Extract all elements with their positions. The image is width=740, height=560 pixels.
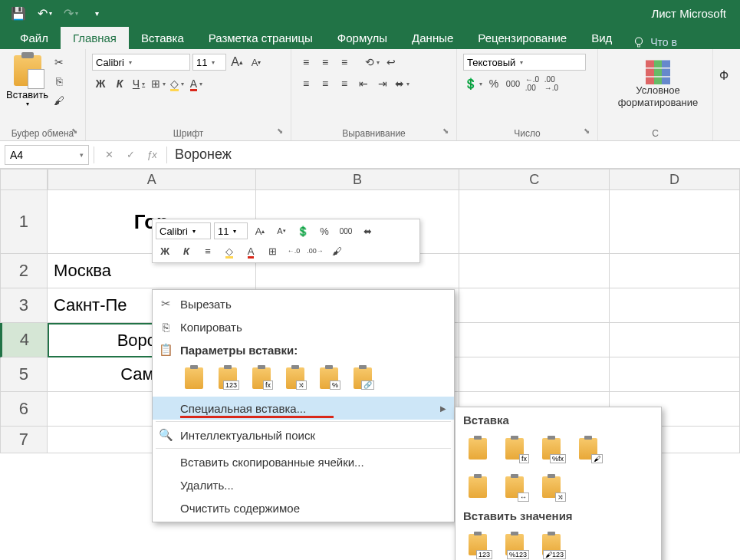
mini-increase-decimal-icon[interactable]: ←.0 bbox=[284, 242, 303, 259]
fx-icon[interactable]: ƒx bbox=[143, 147, 160, 163]
percent-format-icon[interactable]: % bbox=[485, 75, 502, 92]
sub-paste-values-numfmt[interactable]: %123 bbox=[500, 530, 529, 559]
increase-decimal-icon[interactable]: ←.0.00 bbox=[524, 75, 541, 92]
tab-insert[interactable]: Вставка bbox=[129, 27, 196, 49]
mini-merge-icon[interactable]: ⬌ bbox=[358, 222, 377, 239]
font-name-combo[interactable]: Calibri▾ bbox=[92, 54, 190, 71]
font-dialog-launcher[interactable]: ⬊ bbox=[277, 127, 288, 137]
col-header-c[interactable]: C bbox=[459, 169, 610, 190]
mini-bold-button[interactable]: Ж bbox=[156, 242, 174, 259]
cm-paste-special[interactable]: Специальная вставка... ▶ bbox=[153, 397, 454, 420]
tab-formulas[interactable]: Формулы bbox=[325, 27, 400, 49]
font-color-icon[interactable]: A bbox=[188, 75, 205, 92]
tab-review[interactable]: Рецензирование bbox=[465, 27, 579, 49]
paste-link-option[interactable]: 🔗 bbox=[349, 364, 377, 392]
tab-data[interactable]: Данные bbox=[400, 27, 465, 49]
decrease-font-icon[interactable]: A▾ bbox=[248, 54, 265, 71]
row-header-4[interactable]: 4 bbox=[0, 323, 48, 357]
cm-cut[interactable]: ✂ Вырезать bbox=[153, 292, 454, 315]
col-header-a[interactable]: A bbox=[48, 169, 256, 190]
mini-decrease-decimal-icon[interactable]: .00→ bbox=[306, 242, 324, 259]
align-center-icon[interactable]: ≡ bbox=[317, 75, 334, 92]
cell-d1[interactable] bbox=[610, 190, 740, 254]
paste-formulas-option[interactable]: fx bbox=[248, 364, 275, 392]
italic-button[interactable]: К bbox=[111, 75, 128, 92]
borders-icon[interactable]: ⊞ bbox=[150, 75, 166, 92]
mini-comma-icon[interactable]: 000 bbox=[337, 222, 355, 239]
wrap-text-icon[interactable]: ↩ bbox=[383, 54, 400, 71]
increase-indent-icon[interactable]: ⇥ bbox=[374, 75, 391, 92]
row-header-6[interactable]: 6 bbox=[0, 392, 48, 427]
name-box[interactable]: A4▾ bbox=[5, 145, 89, 165]
sub-paste-transpose[interactable]: ⤭ bbox=[537, 473, 566, 502]
sub-paste-noborder[interactable] bbox=[463, 473, 492, 502]
sub-paste-formulas[interactable]: fx bbox=[500, 434, 529, 463]
cut-icon[interactable]: ✂ bbox=[51, 54, 67, 71]
mini-fill-color-icon[interactable]: ◇ bbox=[220, 242, 238, 259]
mini-size-combo[interactable]: 11▾ bbox=[214, 222, 248, 239]
decrease-indent-icon[interactable]: ⇤ bbox=[355, 75, 372, 92]
row-header-2[interactable]: 2 bbox=[0, 254, 48, 288]
tab-view[interactable]: Вид bbox=[579, 27, 624, 49]
paste-values-option[interactable]: 123 bbox=[214, 364, 242, 392]
mini-accounting-icon[interactable]: 💲 bbox=[294, 222, 312, 239]
undo-icon[interactable]: ↶▾ bbox=[32, 2, 57, 24]
mini-increase-font-icon[interactable]: A▴ bbox=[251, 222, 269, 239]
format-painter-icon[interactable]: 🖌 bbox=[51, 92, 67, 109]
number-dialog-launcher[interactable]: ⬊ bbox=[584, 127, 594, 137]
cell-c3[interactable] bbox=[459, 288, 610, 323]
fill-color-icon[interactable]: ◇ bbox=[169, 75, 186, 92]
sub-paste-keep-src[interactable]: 🖌 bbox=[574, 434, 603, 463]
comma-format-icon[interactable]: 000 bbox=[505, 75, 521, 92]
copy-icon[interactable]: ⎘ bbox=[51, 73, 67, 90]
sub-paste-values-srcfmt[interactable]: 🖌123 bbox=[537, 530, 566, 559]
align-top-icon[interactable]: ≡ bbox=[298, 54, 314, 71]
sub-paste-formulas-fmt[interactable]: %fx bbox=[537, 434, 566, 463]
enter-icon[interactable]: ✓ bbox=[122, 147, 139, 163]
cm-copy[interactable]: ⎘ Копировать bbox=[153, 315, 454, 338]
align-bottom-icon[interactable]: ≡ bbox=[336, 54, 353, 71]
row-header-1[interactable]: 1 bbox=[0, 190, 48, 254]
decrease-decimal-icon[interactable]: .00→.0 bbox=[543, 75, 560, 92]
row-header-7[interactable]: 7 bbox=[0, 427, 48, 453]
col-header-d[interactable]: D bbox=[610, 169, 740, 190]
paste-button[interactable]: Вставить ▾ bbox=[6, 55, 48, 107]
clipboard-dialog-launcher[interactable]: ⬊ bbox=[71, 127, 82, 137]
row-header-5[interactable]: 5 bbox=[0, 357, 48, 392]
col-header-b[interactable]: B bbox=[256, 169, 460, 190]
mini-percent-icon[interactable]: % bbox=[315, 222, 334, 239]
tab-home[interactable]: Главная bbox=[61, 27, 129, 49]
font-size-combo[interactable]: 11▾ bbox=[192, 54, 226, 71]
align-right-icon[interactable]: ≡ bbox=[336, 75, 353, 92]
cell-d3[interactable] bbox=[610, 288, 740, 323]
mini-format-painter-icon[interactable]: 🖌 bbox=[327, 242, 346, 259]
row-header-3[interactable]: 3 bbox=[0, 288, 48, 323]
mini-borders-icon[interactable]: ⊞ bbox=[263, 242, 281, 259]
tab-file[interactable]: Файл bbox=[8, 27, 61, 49]
cell-d5[interactable] bbox=[610, 357, 740, 392]
paste-formatting-option[interactable]: % bbox=[315, 364, 343, 392]
sub-paste-colwidth[interactable]: ↔ bbox=[500, 473, 529, 502]
underline-button[interactable]: Ч bbox=[130, 75, 147, 92]
cm-smart-lookup[interactable]: 🔍 Интеллектуальный поиск bbox=[153, 423, 454, 446]
tell-me-search[interactable]: Что в bbox=[632, 35, 677, 49]
select-all-corner[interactable] bbox=[0, 169, 48, 190]
mini-decrease-font-icon[interactable]: A▾ bbox=[272, 222, 291, 239]
cancel-icon[interactable]: ✕ bbox=[100, 147, 117, 163]
cell-c1[interactable] bbox=[459, 190, 610, 254]
tab-page-layout[interactable]: Разметка страницы bbox=[196, 27, 325, 49]
accounting-format-icon[interactable]: 💲 bbox=[463, 75, 483, 92]
paste-all-option[interactable] bbox=[180, 364, 208, 392]
cell-c2[interactable] bbox=[459, 254, 610, 288]
merge-center-icon[interactable]: ⬌ bbox=[393, 75, 410, 92]
cell-c4[interactable] bbox=[459, 323, 610, 357]
formula-input[interactable]: Воронеж bbox=[167, 147, 740, 163]
mini-font-color-icon[interactable]: A bbox=[242, 242, 260, 259]
save-icon[interactable]: 💾 bbox=[6, 2, 31, 24]
sub-paste-values[interactable]: 123 bbox=[463, 530, 492, 559]
increase-font-icon[interactable]: A▴ bbox=[229, 54, 245, 71]
cm-insert-copied[interactable]: Вставить скопированные ячейки... bbox=[153, 450, 454, 473]
mini-align-icon[interactable]: ≡ bbox=[199, 242, 217, 259]
align-middle-icon[interactable]: ≡ bbox=[317, 54, 334, 71]
align-left-icon[interactable]: ≡ bbox=[298, 75, 314, 92]
